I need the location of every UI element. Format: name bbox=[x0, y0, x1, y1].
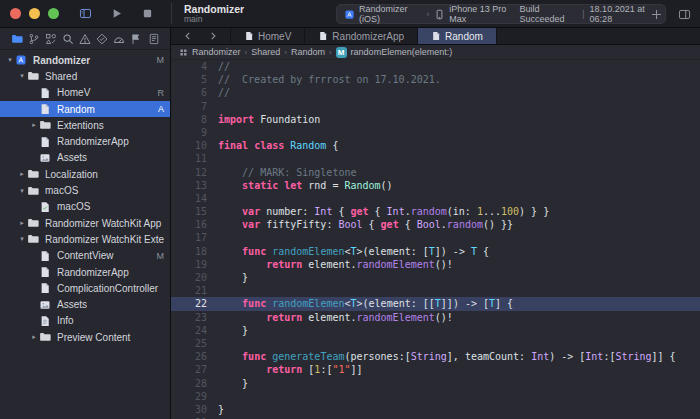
sidebar-item-label: Shared bbox=[45, 71, 164, 82]
disclosure-right-icon[interactable]: ▸ bbox=[17, 170, 27, 178]
sidebar-item-randomizer-watchkit-app[interactable]: ▸Randomizer WatchKit App bbox=[0, 215, 170, 231]
sidebar-item-contentview[interactable]: ContentViewM bbox=[0, 248, 170, 264]
code-area[interactable]: 4//5// Created by frrrost on 17.10.2021.… bbox=[171, 60, 700, 419]
disclosure-down-icon[interactable]: ▾ bbox=[5, 56, 15, 64]
code-text: } bbox=[207, 377, 248, 390]
code-line-19[interactable]: 19 return element.randomElement()! bbox=[171, 258, 700, 271]
code-line-9[interactable]: 9 bbox=[171, 126, 700, 139]
code-text bbox=[207, 390, 218, 403]
report-navigator-icon[interactable] bbox=[146, 31, 161, 46]
tab-random[interactable]: Random bbox=[418, 28, 497, 44]
code-line-17[interactable]: 17 bbox=[171, 231, 700, 244]
code-line-8[interactable]: 8import Foundation bbox=[171, 113, 700, 126]
disclosure-down-icon[interactable]: ▾ bbox=[17, 72, 27, 80]
symbol-navigator-icon[interactable] bbox=[43, 31, 58, 46]
sidebar-item-assets[interactable]: Assets bbox=[0, 150, 170, 166]
tab-randomizerapp[interactable]: RandomizerApp bbox=[305, 28, 418, 44]
debug-navigator-icon[interactable] bbox=[112, 31, 127, 46]
code-text bbox=[207, 231, 218, 244]
forward-button[interactable] bbox=[205, 28, 221, 44]
related-items-icon[interactable] bbox=[179, 48, 188, 57]
code-text: import Foundation bbox=[207, 113, 320, 126]
sidebar-item-complicationcontroller[interactable]: ComplicationController bbox=[0, 280, 170, 296]
code-line-12[interactable]: 12 // MARK: Singletone bbox=[171, 166, 700, 179]
code-line-7[interactable]: 7 bbox=[171, 100, 700, 113]
sidebar-item-macos[interactable]: macOS bbox=[0, 199, 170, 215]
find-navigator-icon[interactable] bbox=[60, 31, 75, 46]
code-line-29[interactable]: 29 bbox=[171, 390, 700, 403]
sidebar-item-localization[interactable]: ▸Localization bbox=[0, 166, 170, 182]
sidebar-item-randomizerapp[interactable]: RandomizerApp bbox=[0, 133, 170, 149]
sidebar-item-extentions[interactable]: ▸Extentions bbox=[0, 117, 170, 133]
breadcrumb-symbol[interactable]: randomElemen(element:) bbox=[351, 47, 453, 57]
code-line-15[interactable]: 15 var number: Int { get { Int.random(in… bbox=[171, 205, 700, 218]
stop-button-icon[interactable] bbox=[139, 6, 155, 22]
jump-bar[interactable]: Randomizer›Shared›Random›MrandomElemen(e… bbox=[171, 45, 700, 60]
code-line-26[interactable]: 26 func generateTeam(persones:[String], … bbox=[171, 350, 700, 363]
disclosure-right-icon[interactable]: ▸ bbox=[29, 333, 39, 341]
sidebar-item-random[interactable]: RandomA bbox=[0, 101, 170, 117]
code-line-30[interactable]: 30} bbox=[171, 403, 700, 416]
source-control-badge: M bbox=[157, 251, 165, 261]
navigator-toggle-icon[interactable] bbox=[77, 6, 93, 22]
run-destination-label[interactable]: iPhone 13 Pro Max bbox=[449, 4, 515, 24]
editor-layout-icon[interactable] bbox=[676, 6, 692, 22]
breadcrumb-item[interactable]: Shared bbox=[251, 47, 280, 57]
sidebar-item-shared[interactable]: ▾Shared bbox=[0, 68, 170, 84]
disclosure-down-icon[interactable]: ▾ bbox=[17, 187, 27, 195]
issue-navigator-icon[interactable] bbox=[78, 31, 93, 46]
code-line-11[interactable]: 11 bbox=[171, 152, 700, 165]
code-line-5[interactable]: 5// Created by frrrost on 17.10.2021. bbox=[171, 73, 700, 86]
tab-homev[interactable]: HomeV bbox=[231, 28, 305, 44]
code-text bbox=[207, 192, 218, 205]
breakpoint-navigator-icon[interactable] bbox=[129, 31, 144, 46]
source-control-navigator-icon[interactable] bbox=[26, 31, 41, 46]
code-line-27[interactable]: 27 return [1:["1"]] bbox=[171, 363, 700, 376]
folder-icon bbox=[27, 185, 41, 197]
code-line-6[interactable]: 6// bbox=[171, 86, 700, 99]
sidebar-item-randomizerapp[interactable]: RandomizerApp bbox=[0, 264, 170, 280]
disclosure-right-icon[interactable]: ▸ bbox=[17, 219, 27, 227]
tab-bar: HomeVRandomizerAppRandom bbox=[171, 28, 700, 45]
activity-view[interactable]: Randomizer (iOS) › iPhone 13 Pro Max Bui… bbox=[336, 4, 666, 24]
code-line-23[interactable]: 23 return element.randomElement()! bbox=[171, 311, 700, 324]
project-navigator-icon[interactable] bbox=[9, 31, 24, 46]
minimize-window-button[interactable] bbox=[29, 8, 40, 19]
code-line-13[interactable]: 13 static let rnd = Random() bbox=[171, 179, 700, 192]
code-line-16[interactable]: 16 var fiftyFifty: Bool { get { Bool.ran… bbox=[171, 218, 700, 231]
code-line-22[interactable]: 22 func randomElemen<T>(element: [[T]]) … bbox=[171, 297, 700, 310]
sidebar-item-preview-content[interactable]: ▸Preview Content bbox=[0, 329, 170, 345]
line-number: 10 bbox=[171, 139, 207, 152]
code-text: func generateTeam(persones:[String], tea… bbox=[207, 350, 676, 363]
line-number: 16 bbox=[171, 218, 207, 231]
run-button-icon[interactable] bbox=[108, 6, 124, 22]
code-line-21[interactable]: 21 bbox=[171, 284, 700, 297]
code-line-14[interactable]: 14 bbox=[171, 192, 700, 205]
code-line-28[interactable]: 28 } bbox=[171, 377, 700, 390]
disclosure-right-icon[interactable]: ▸ bbox=[29, 121, 39, 129]
window-controls bbox=[0, 8, 67, 19]
code-line-25[interactable]: 25 bbox=[171, 337, 700, 350]
breadcrumb-item[interactable]: Randomizer bbox=[192, 47, 241, 57]
test-navigator-icon[interactable] bbox=[95, 31, 110, 46]
sidebar-item-randomizer-watchkit-extension[interactable]: ▾Randomizer WatchKit Extension bbox=[0, 231, 170, 247]
zoom-window-button[interactable] bbox=[48, 8, 59, 19]
code-line-10[interactable]: 10final class Random { bbox=[171, 139, 700, 152]
breadcrumb-item[interactable]: Random bbox=[291, 47, 325, 57]
code-line-24[interactable]: 24 } bbox=[171, 324, 700, 337]
code-text: final class Random { bbox=[207, 139, 338, 152]
code-line-4[interactable]: 4// bbox=[171, 60, 700, 73]
sidebar-item-assets[interactable]: Assets bbox=[0, 296, 170, 312]
close-window-button[interactable] bbox=[10, 8, 21, 19]
sidebar-item-macos[interactable]: ▾macOS bbox=[0, 182, 170, 198]
scheme-label[interactable]: Randomizer (iOS) bbox=[359, 4, 421, 24]
code-line-18[interactable]: 18 func randomElemen<T>(element: [T]) ->… bbox=[171, 245, 700, 258]
history-buttons bbox=[171, 28, 231, 44]
sidebar-item-homev[interactable]: HomeVR bbox=[0, 85, 170, 101]
library-plus-icon[interactable] bbox=[648, 6, 664, 22]
disclosure-down-icon[interactable]: ▾ bbox=[17, 235, 27, 243]
sidebar-item-randomizer[interactable]: ▾RandomizerM bbox=[0, 52, 170, 68]
sidebar-item-info[interactable]: Info bbox=[0, 313, 170, 329]
code-line-20[interactable]: 20 } bbox=[171, 271, 700, 284]
back-button[interactable] bbox=[180, 28, 196, 44]
